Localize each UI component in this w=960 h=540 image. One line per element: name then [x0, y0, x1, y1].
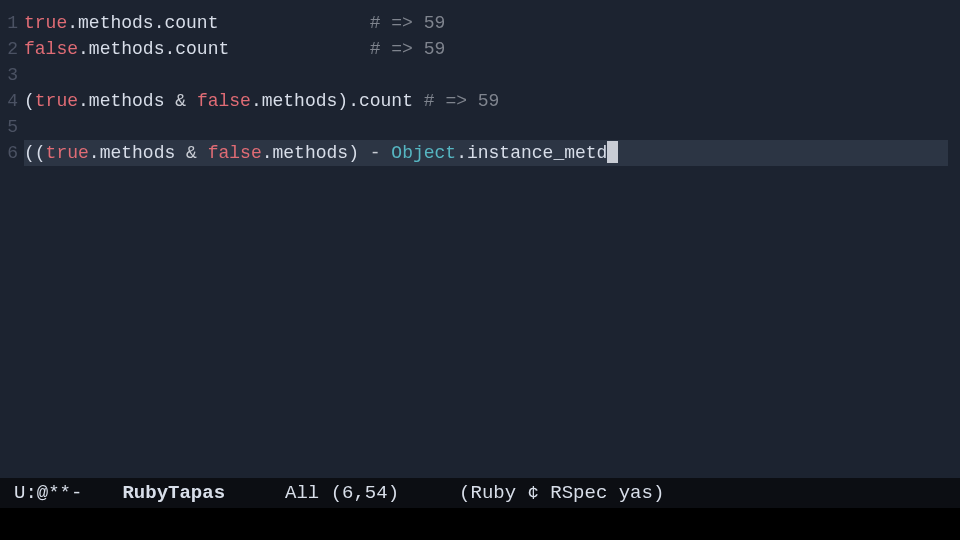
cursor-position: All (6,54) — [285, 478, 399, 508]
code-line[interactable]: false.methods.count # => 59 — [24, 36, 960, 62]
line-number: 4 — [0, 88, 18, 114]
code-line[interactable]: true.methods.count # => 59 — [24, 10, 960, 36]
code-line-current[interactable]: ((true.methods & false.methods) - Object… — [24, 140, 948, 166]
keyword-false: false — [208, 143, 262, 163]
line-number: 5 — [0, 114, 18, 140]
keyword-true: true — [35, 91, 78, 111]
comment: # => 59 — [370, 39, 446, 59]
keyword-true: true — [24, 13, 67, 33]
buffer-name: RubyTapas — [122, 478, 225, 508]
editor-area[interactable]: 1 2 3 4 5 6 true.methods.count # => 59 f… — [0, 0, 960, 475]
line-number: 1 — [0, 10, 18, 36]
modeline-status: U:@**- — [14, 478, 82, 508]
code-line[interactable] — [24, 62, 960, 88]
code-area[interactable]: true.methods.count # => 59 false.methods… — [24, 10, 960, 475]
code-line[interactable] — [24, 114, 960, 140]
comment: # => 59 — [424, 91, 500, 111]
code-line[interactable]: (true.methods & false.methods).count # =… — [24, 88, 960, 114]
keyword-true: true — [46, 143, 89, 163]
constant: Object — [391, 143, 456, 163]
mode-line: U:@**- RubyTapas All (6,54) (Ruby ¢ RSpe… — [0, 478, 960, 508]
comment: # => 59 — [370, 13, 446, 33]
line-number: 2 — [0, 36, 18, 62]
keyword-false: false — [24, 39, 78, 59]
line-number: 3 — [0, 62, 18, 88]
minibuffer[interactable] — [0, 508, 960, 540]
line-number: 6 — [0, 140, 18, 166]
keyword-false: false — [197, 91, 251, 111]
text-cursor — [607, 141, 618, 163]
line-number-gutter: 1 2 3 4 5 6 — [0, 10, 24, 475]
major-modes: (Ruby ¢ RSpec yas) — [459, 478, 664, 508]
